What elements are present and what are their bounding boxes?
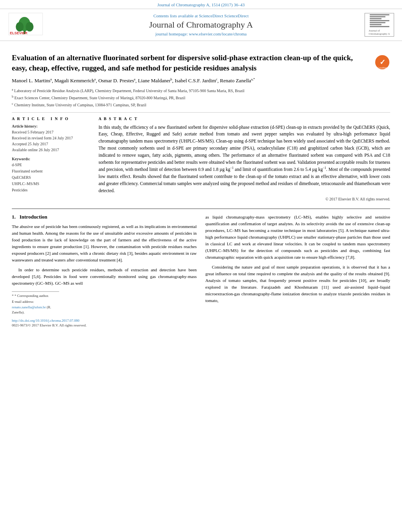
main-content: Evaluation of an alternative fluorinated… (0, 41, 402, 327)
journal-citation: Journal of Chromatography A, 1514 (2017)… (0, 0, 402, 9)
intro-para-1: The abusive use of pesticide has been co… (12, 223, 197, 263)
sciencedirect-label: Contents lists available at ScienceDirec… (43, 13, 359, 18)
keyword-pesticides: Pesticides (12, 187, 91, 193)
authors: Manoel L. Martinsa, Magali Kemmericha, O… (12, 78, 390, 84)
keyword-dSPE: d-SPE (12, 162, 91, 168)
body-col-right: as liquid chromatography-mass spectromet… (205, 214, 390, 327)
abstract-text: In this study, the efficiency of a new f… (99, 124, 390, 195)
accepted-date: Accepted 25 July 2017 (12, 141, 91, 147)
footnote-section: * * Corresponding author. E-mail address… (12, 291, 59, 315)
homepage-label: journal homepage: www.elsevier.com/locat… (43, 32, 359, 36)
abstract-heading: A B S T R A C T (99, 117, 390, 121)
article-info-heading: A R T I C L E I N F O (12, 117, 91, 121)
journal-header: ELSEVIER Contents lists available at Sci… (0, 9, 402, 41)
doi-section: http://dx.doi.org/10.1016/j.chroma.2017.… (12, 319, 197, 327)
body-section: 1. Introduction The abusive use of pesti… (12, 208, 390, 327)
email-link[interactable]: renato.zanella@ufsm.br (12, 305, 46, 309)
sciencedirect-link[interactable]: ScienceDirect (224, 13, 249, 18)
divider-top (12, 112, 390, 113)
abstract-col: A B S T R A C T In this study, the effic… (99, 117, 390, 201)
affiliations: a Laboratory of Pesticide Residue Analys… (12, 87, 390, 108)
body-two-col: 1. Introduction The abusive use of pesti… (12, 214, 390, 327)
keyword-fluorinated: Fluorinated sorbent (12, 168, 91, 174)
journal-logo-right: Journal ofChromatography A (359, 13, 394, 37)
homepage-link[interactable]: www.elsevier.com/locate/chroma (189, 32, 247, 36)
journal-cover-image: Journal ofChromatography A (365, 13, 394, 37)
history-label: Article history: (12, 124, 91, 128)
copyright-text: © 2017 Elsevier B.V. All rights reserved… (99, 197, 390, 201)
issn-text: 0021-9673/© 2017 Elsevier B.V. All right… (12, 323, 197, 327)
intro-para-right-1: as liquid chromatography-mass spectromet… (205, 214, 390, 261)
svg-text:✓: ✓ (380, 58, 385, 66)
intro-para-right-2: Considering the nature and goal of most … (205, 264, 390, 304)
available-online-date: Available online 26 July 2017 (12, 147, 91, 153)
body-col-left: 1. Introduction The abusive use of pesti… (12, 214, 197, 327)
section1-title: 1. Introduction (12, 214, 197, 220)
affiliation-b: b Exact Sciences Center, Chemistry Depar… (12, 95, 390, 101)
footnote-email: E-mail address: renato.zanella@ufsm.br (… (12, 299, 59, 315)
article-info-col: A R T I C L E I N F O Article history: R… (12, 117, 91, 201)
keyword-uhplc: UHPLC–MS/MS (12, 181, 91, 187)
footnote-corresponding: * * Corresponding author. (12, 293, 59, 299)
received-revised-date: Received in revised form 24 July 2017 (12, 135, 91, 141)
article-title-section: Evaluation of an alternative fluorinated… (12, 53, 390, 73)
elsevier-logo: ELSEVIER (8, 12, 43, 37)
article-info-abstract: A R T I C L E I N F O Article history: R… (12, 117, 390, 201)
svg-point-3 (16, 22, 24, 32)
affiliation-c: c Chemistry Institute, State University … (12, 102, 390, 108)
received-date: Received 5 February 2017 (12, 129, 91, 135)
keyword-quechers: QuEChERS (12, 174, 91, 181)
keywords-label: Keywords: (12, 157, 91, 161)
doi-link[interactable]: http://dx.doi.org/10.1016/j.chroma.2017.… (12, 319, 197, 323)
intro-para-2: In order to determine such pesticide res… (12, 267, 197, 287)
journal-title-center: Contents lists available at ScienceDirec… (43, 13, 359, 36)
article-title: Evaluation of an alternative fluorinated… (12, 53, 370, 73)
svg-point-4 (26, 22, 34, 32)
journal-name: Journal of Chromatography A (43, 20, 359, 30)
svg-text:CrossMark: CrossMark (378, 67, 387, 69)
svg-text:ELSEVIER: ELSEVIER (10, 31, 28, 35)
crossmark-logo[interactable]: ✓ CrossMark (374, 54, 390, 70)
affiliation-a: a Laboratory of Pesticide Residue Analys… (12, 87, 390, 94)
